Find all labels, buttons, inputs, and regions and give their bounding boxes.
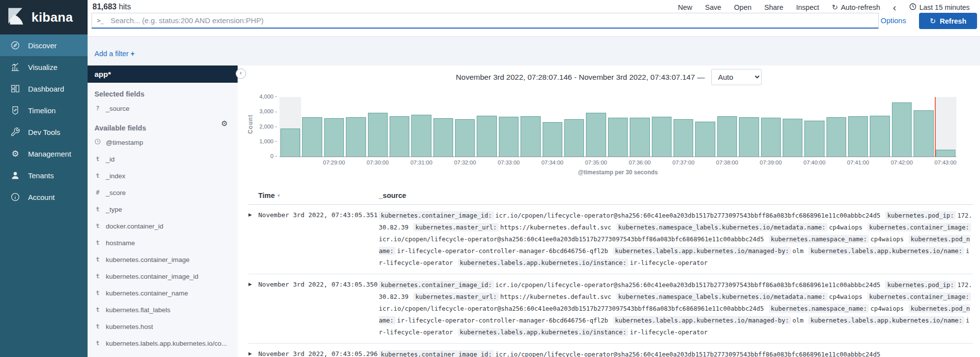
clock-icon: [909, 3, 917, 12]
field-item-docker-container-id[interactable]: tdocker.container_id: [88, 218, 238, 234]
collapse-sidebar-icon[interactable]: ‹: [236, 68, 246, 79]
sidebar-item-dashboard[interactable]: Dashboard: [0, 78, 88, 99]
column-time[interactable]: Time▼: [258, 192, 379, 199]
refresh-button[interactable]: ↻ Refresh: [919, 13, 977, 29]
field-item--source[interactable]: ?_source: [88, 100, 238, 117]
histogram-bar-07:41:30[interactable]: [870, 116, 889, 157]
menu-new[interactable]: New: [678, 3, 692, 11]
search-bar[interactable]: >_: [92, 13, 879, 29]
field-name: kubernetes.container_name: [106, 290, 188, 297]
expand-row-icon[interactable]: ▶: [248, 210, 258, 269]
menu-open[interactable]: Open: [734, 3, 751, 11]
sidebar-item-visualize[interactable]: Visualize: [0, 56, 88, 78]
histogram-bar-07:39:30[interactable]: [783, 119, 802, 157]
field-item--type[interactable]: t_type: [88, 201, 238, 218]
time-back-button[interactable]: ‹: [893, 4, 896, 11]
histogram-bar-07:29:30[interactable]: [346, 117, 366, 157]
field-item-kubernetes-container-image[interactable]: tkubernetes.container_image: [88, 251, 238, 268]
histogram-bar-07:42:00[interactable]: [892, 102, 912, 157]
field-type-icon: t: [94, 223, 101, 229]
histogram-bar-07:33:30[interactable]: [521, 116, 540, 157]
histogram-bar-07:43:00[interactable]: [936, 150, 955, 157]
field-settings-gear-icon[interactable]: ⚙: [221, 120, 228, 127]
wrench-icon: [10, 127, 21, 137]
sidebar-item-management[interactable]: ⚙Management: [0, 143, 88, 164]
field-item-hostname[interactable]: thostname: [88, 234, 238, 251]
chart-time-range: November 3rd 2022, 07:28:07.146 - Novemb…: [456, 73, 705, 82]
field-item-kubernetes-labels-app-kubernetes-io-in-[interactable]: tkubernetes.labels.app.kubernetes.io/in.…: [88, 352, 238, 357]
histogram-bar-07:30:00[interactable]: [368, 113, 388, 157]
histogram-bar-07:34:00[interactable]: [543, 122, 562, 157]
plus-icon: +: [130, 50, 134, 58]
histogram-bar-07:37:30[interactable]: [695, 122, 715, 157]
expand-row-icon[interactable]: ▶: [248, 349, 258, 357]
current-time-marker: [935, 97, 936, 157]
histogram-bar-07:34:30[interactable]: [564, 119, 584, 157]
hits-count: 81,683 hits: [92, 2, 131, 11]
search-input[interactable]: [110, 16, 873, 25]
histogram-bar-07:31:30[interactable]: [433, 118, 453, 157]
histogram-bar-07:30:30[interactable]: [390, 116, 409, 157]
histogram-bar-07:32:00[interactable]: [455, 119, 475, 157]
histogram-bar-07:32:30[interactable]: [477, 116, 496, 157]
histogram-bar-07:28:30[interactable]: [302, 117, 322, 157]
field-item--index[interactable]: t_index: [88, 167, 238, 184]
refresh-icon: ↻: [930, 17, 936, 26]
histogram-bar-07:33:00[interactable]: [499, 117, 519, 157]
refresh-cycle-icon: ↻: [832, 3, 838, 11]
field-item--id[interactable]: t_id: [88, 151, 238, 167]
grid-icon: [10, 83, 21, 94]
sidebar-item-account[interactable]: Account: [0, 186, 88, 208]
field-item-kubernetes-flat-labels[interactable]: tkubernetes.flat_labels: [88, 301, 238, 318]
histogram-bar-07:39:00[interactable]: [761, 118, 781, 157]
menu-share[interactable]: Share: [765, 3, 784, 11]
source-field-key: kubernetes.master_url:: [413, 223, 499, 231]
histogram-bar-07:42:30[interactable]: [914, 110, 933, 157]
expand-row-icon[interactable]: ▶: [248, 279, 258, 338]
histogram-bar-07:36:00[interactable]: [630, 118, 649, 157]
field-item--timestamp[interactable]: @timestamp: [88, 134, 238, 151]
source-field-key: kubernetes.container_image:: [867, 292, 971, 301]
menu-save[interactable]: Save: [705, 3, 721, 11]
source-field-key: kubernetes.namespace_labels.kubernetes.i…: [616, 292, 827, 301]
x-tick-label: 07:40:00: [803, 160, 826, 165]
field-type-icon: t: [94, 206, 101, 213]
field-item-kubernetes-container-name[interactable]: tkubernetes.container_name: [88, 285, 238, 301]
histogram-bar-07:38:30[interactable]: [739, 117, 759, 157]
histogram-bar-07:40:30[interactable]: [827, 117, 846, 157]
histogram-bar-07:31:00[interactable]: [411, 115, 431, 157]
sidebar-item-discover[interactable]: Discover: [0, 34, 88, 56]
source-field-value: ir-lifecycle-operator-controller-manager…: [397, 317, 608, 324]
histogram-bar-07:40:00[interactable]: [804, 121, 824, 157]
field-item-kubernetes-container-image-id[interactable]: tkubernetes.container_image_id: [88, 268, 238, 285]
menu-inspect[interactable]: Inspect: [796, 3, 819, 11]
source-field-value: icr.io/cpopen/lifecycle-operator@sha256:…: [495, 351, 881, 357]
sidebar-item-timelion[interactable]: Timelion: [0, 99, 88, 121]
time-picker-button[interactable]: Last 15 minutes: [909, 3, 970, 12]
time-range-label: Last 15 minutes: [919, 3, 970, 11]
x-tick-label: 07:30:00: [367, 160, 389, 165]
field-type-icon: t: [94, 306, 101, 313]
histogram-bar-07:41:00[interactable]: [848, 116, 868, 157]
sidebar-item-dev-tools[interactable]: Dev Tools: [0, 121, 88, 143]
histogram-bar-07:28:00[interactable]: [280, 129, 300, 157]
auto-refresh-button[interactable]: ↻ Auto-refresh: [832, 3, 880, 11]
add-filter-link[interactable]: Add a filter+: [94, 50, 135, 58]
field-item--score[interactable]: #_score: [88, 184, 238, 201]
histogram-bar-07:35:00[interactable]: [586, 113, 606, 157]
histogram-bar-07:29:00[interactable]: [324, 118, 344, 157]
histogram-bar-07:38:00[interactable]: [717, 116, 737, 157]
kibana-logo[interactable]: kibana: [0, 0, 88, 34]
field-item-kubernetes-labels-app-kubernetes-io-co-[interactable]: tkubernetes.labels.app.kubernetes.io/co.…: [88, 335, 238, 352]
source-field-key: kubernetes.master_url:: [413, 292, 499, 301]
sidebar-item-tenants[interactable]: Tenants: [0, 164, 88, 186]
top-bar: 81,683 hits New Save Open Share Inspect …: [88, 0, 980, 37]
index-pattern-selector[interactable]: app*: [88, 65, 238, 83]
histogram-bar-07:37:00[interactable]: [674, 119, 693, 157]
sort-desc-icon: ▼: [277, 194, 281, 198]
interval-select[interactable]: Auto: [711, 69, 762, 85]
field-item-kubernetes-host[interactable]: tkubernetes.host: [88, 318, 238, 335]
histogram-bar-07:36:30[interactable]: [652, 117, 672, 157]
histogram-bar-07:35:30[interactable]: [608, 118, 628, 157]
options-link[interactable]: Options: [881, 16, 906, 25]
